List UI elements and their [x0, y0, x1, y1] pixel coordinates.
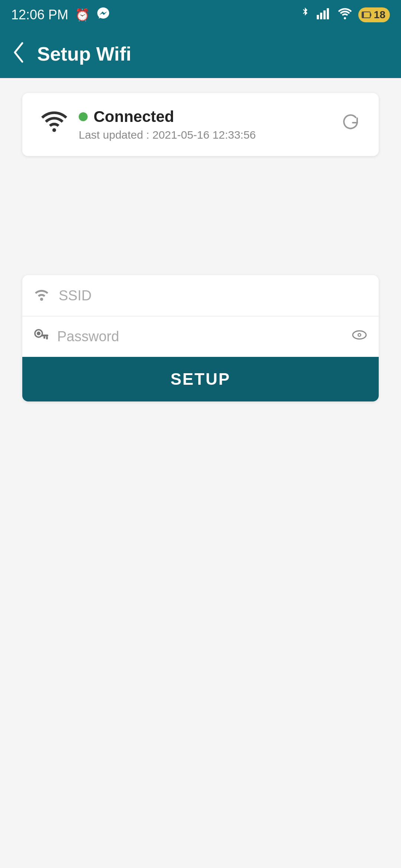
main-content: Connected Last updated : 2021-05-16 12:3…: [0, 78, 401, 416]
alarm-icon: ⏰: [75, 8, 90, 22]
svg-rect-6: [362, 12, 364, 17]
toggle-password-icon[interactable]: [351, 328, 368, 345]
svg-rect-2: [323, 10, 326, 19]
svg-point-16: [359, 334, 361, 336]
status-time: 12:06 PM: [11, 7, 68, 23]
back-button[interactable]: [11, 41, 26, 67]
battery-indicator: 18: [358, 7, 390, 22]
password-input[interactable]: [57, 329, 342, 345]
svg-rect-1: [320, 13, 322, 19]
svg-rect-12: [46, 336, 48, 339]
status-info: Connected Last updated : 2021-05-16 12:3…: [79, 108, 330, 141]
ssid-row: [22, 275, 379, 316]
status-left: 12:06 PM ⏰: [11, 7, 110, 23]
connected-row: Connected: [79, 108, 330, 126]
status-right: 18: [299, 7, 390, 23]
key-icon: [33, 327, 48, 346]
ssid-input[interactable]: [59, 288, 368, 304]
form-card: SETUP: [22, 275, 379, 401]
svg-rect-0: [317, 15, 319, 19]
svg-rect-11: [42, 335, 48, 336]
wifi-card-icon: [41, 110, 68, 139]
svg-point-8: [40, 298, 43, 301]
bluetooth-icon: [299, 7, 311, 23]
app-bar: Setup Wifi: [0, 30, 401, 78]
svg-point-7: [52, 128, 56, 132]
wifi-status-icon: [338, 7, 352, 23]
connection-status-card: Connected Last updated : 2021-05-16 12:3…: [22, 93, 379, 156]
page-title: Setup Wifi: [37, 43, 131, 65]
refresh-button[interactable]: [341, 113, 360, 136]
ssid-wifi-icon: [33, 287, 50, 305]
password-row: [22, 316, 379, 357]
svg-rect-13: [43, 336, 45, 339]
svg-point-10: [37, 332, 40, 335]
signal-icon: [317, 7, 332, 23]
status-bar: 12:06 PM ⏰: [0, 0, 401, 30]
setup-button[interactable]: SETUP: [22, 357, 379, 401]
battery-level: 18: [374, 9, 385, 21]
form-section: SETUP: [22, 275, 379, 401]
svg-rect-5: [370, 13, 371, 16]
connected-label: Connected: [94, 108, 174, 126]
last-updated-text: Last updated : 2021-05-16 12:33:56: [79, 129, 256, 141]
svg-rect-3: [327, 8, 329, 19]
connected-dot: [79, 112, 88, 121]
messenger-icon: [97, 7, 110, 23]
